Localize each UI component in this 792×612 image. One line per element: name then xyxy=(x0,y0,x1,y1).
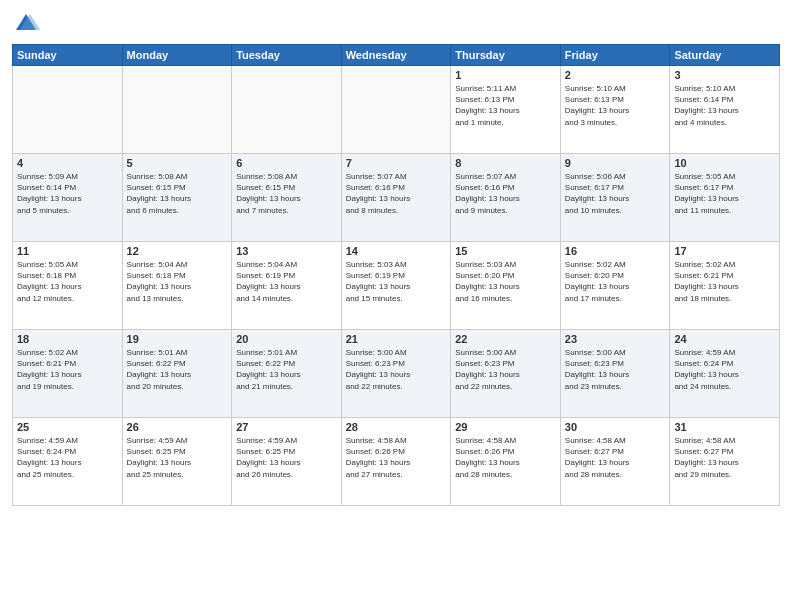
day-info: Sunrise: 5:06 AM Sunset: 6:17 PM Dayligh… xyxy=(565,171,666,216)
day-number: 4 xyxy=(17,157,118,169)
weekday-header-monday: Monday xyxy=(122,45,232,66)
day-info: Sunrise: 4:59 AM Sunset: 6:25 PM Dayligh… xyxy=(236,435,337,480)
weekday-header-wednesday: Wednesday xyxy=(341,45,451,66)
day-info: Sunrise: 5:07 AM Sunset: 6:16 PM Dayligh… xyxy=(346,171,447,216)
day-number: 24 xyxy=(674,333,775,345)
day-info: Sunrise: 5:01 AM Sunset: 6:22 PM Dayligh… xyxy=(127,347,228,392)
day-info: Sunrise: 4:59 AM Sunset: 6:25 PM Dayligh… xyxy=(127,435,228,480)
day-info: Sunrise: 4:58 AM Sunset: 6:26 PM Dayligh… xyxy=(346,435,447,480)
week-row-1: 1Sunrise: 5:11 AM Sunset: 6:13 PM Daylig… xyxy=(13,66,780,154)
day-number: 13 xyxy=(236,245,337,257)
day-info: Sunrise: 5:10 AM Sunset: 6:13 PM Dayligh… xyxy=(565,83,666,128)
day-info: Sunrise: 5:01 AM Sunset: 6:22 PM Dayligh… xyxy=(236,347,337,392)
day-cell: 14Sunrise: 5:03 AM Sunset: 6:19 PM Dayli… xyxy=(341,242,451,330)
day-cell: 24Sunrise: 4:59 AM Sunset: 6:24 PM Dayli… xyxy=(670,330,780,418)
week-row-4: 18Sunrise: 5:02 AM Sunset: 6:21 PM Dayli… xyxy=(13,330,780,418)
day-number: 27 xyxy=(236,421,337,433)
day-info: Sunrise: 4:59 AM Sunset: 6:24 PM Dayligh… xyxy=(674,347,775,392)
day-number: 20 xyxy=(236,333,337,345)
day-cell: 28Sunrise: 4:58 AM Sunset: 6:26 PM Dayli… xyxy=(341,418,451,506)
day-cell: 12Sunrise: 5:04 AM Sunset: 6:18 PM Dayli… xyxy=(122,242,232,330)
day-cell: 21Sunrise: 5:00 AM Sunset: 6:23 PM Dayli… xyxy=(341,330,451,418)
day-number: 23 xyxy=(565,333,666,345)
day-info: Sunrise: 5:08 AM Sunset: 6:15 PM Dayligh… xyxy=(236,171,337,216)
day-number: 18 xyxy=(17,333,118,345)
day-cell: 10Sunrise: 5:05 AM Sunset: 6:17 PM Dayli… xyxy=(670,154,780,242)
week-row-5: 25Sunrise: 4:59 AM Sunset: 6:24 PM Dayli… xyxy=(13,418,780,506)
day-info: Sunrise: 5:00 AM Sunset: 6:23 PM Dayligh… xyxy=(455,347,556,392)
day-info: Sunrise: 5:02 AM Sunset: 6:20 PM Dayligh… xyxy=(565,259,666,304)
day-cell: 18Sunrise: 5:02 AM Sunset: 6:21 PM Dayli… xyxy=(13,330,123,418)
day-info: Sunrise: 4:59 AM Sunset: 6:24 PM Dayligh… xyxy=(17,435,118,480)
day-info: Sunrise: 4:58 AM Sunset: 6:27 PM Dayligh… xyxy=(565,435,666,480)
logo xyxy=(12,10,44,38)
day-cell xyxy=(122,66,232,154)
day-cell: 2Sunrise: 5:10 AM Sunset: 6:13 PM Daylig… xyxy=(560,66,670,154)
day-number: 25 xyxy=(17,421,118,433)
weekday-header-tuesday: Tuesday xyxy=(232,45,342,66)
day-cell xyxy=(341,66,451,154)
day-cell: 23Sunrise: 5:00 AM Sunset: 6:23 PM Dayli… xyxy=(560,330,670,418)
header xyxy=(12,10,780,38)
day-cell xyxy=(232,66,342,154)
day-number: 21 xyxy=(346,333,447,345)
day-number: 19 xyxy=(127,333,228,345)
day-cell: 20Sunrise: 5:01 AM Sunset: 6:22 PM Dayli… xyxy=(232,330,342,418)
day-info: Sunrise: 5:08 AM Sunset: 6:15 PM Dayligh… xyxy=(127,171,228,216)
day-number: 26 xyxy=(127,421,228,433)
day-info: Sunrise: 5:07 AM Sunset: 6:16 PM Dayligh… xyxy=(455,171,556,216)
day-cell: 29Sunrise: 4:58 AM Sunset: 6:26 PM Dayli… xyxy=(451,418,561,506)
day-info: Sunrise: 4:58 AM Sunset: 6:26 PM Dayligh… xyxy=(455,435,556,480)
calendar-table: SundayMondayTuesdayWednesdayThursdayFrid… xyxy=(12,44,780,506)
day-cell: 4Sunrise: 5:09 AM Sunset: 6:14 PM Daylig… xyxy=(13,154,123,242)
day-info: Sunrise: 4:58 AM Sunset: 6:27 PM Dayligh… xyxy=(674,435,775,480)
day-number: 29 xyxy=(455,421,556,433)
day-cell: 1Sunrise: 5:11 AM Sunset: 6:13 PM Daylig… xyxy=(451,66,561,154)
day-number: 12 xyxy=(127,245,228,257)
day-number: 1 xyxy=(455,69,556,81)
day-cell: 11Sunrise: 5:05 AM Sunset: 6:18 PM Dayli… xyxy=(13,242,123,330)
day-cell: 31Sunrise: 4:58 AM Sunset: 6:27 PM Dayli… xyxy=(670,418,780,506)
weekday-header-friday: Friday xyxy=(560,45,670,66)
day-cell: 13Sunrise: 5:04 AM Sunset: 6:19 PM Dayli… xyxy=(232,242,342,330)
day-number: 10 xyxy=(674,157,775,169)
day-number: 6 xyxy=(236,157,337,169)
day-info: Sunrise: 5:02 AM Sunset: 6:21 PM Dayligh… xyxy=(674,259,775,304)
day-cell: 25Sunrise: 4:59 AM Sunset: 6:24 PM Dayli… xyxy=(13,418,123,506)
logo-icon xyxy=(12,10,40,38)
day-cell: 19Sunrise: 5:01 AM Sunset: 6:22 PM Dayli… xyxy=(122,330,232,418)
day-cell: 27Sunrise: 4:59 AM Sunset: 6:25 PM Dayli… xyxy=(232,418,342,506)
day-number: 17 xyxy=(674,245,775,257)
day-number: 14 xyxy=(346,245,447,257)
page: SundayMondayTuesdayWednesdayThursdayFrid… xyxy=(0,0,792,612)
day-info: Sunrise: 5:03 AM Sunset: 6:20 PM Dayligh… xyxy=(455,259,556,304)
day-cell: 3Sunrise: 5:10 AM Sunset: 6:14 PM Daylig… xyxy=(670,66,780,154)
day-cell xyxy=(13,66,123,154)
day-info: Sunrise: 5:09 AM Sunset: 6:14 PM Dayligh… xyxy=(17,171,118,216)
day-number: 22 xyxy=(455,333,556,345)
day-number: 15 xyxy=(455,245,556,257)
day-cell: 7Sunrise: 5:07 AM Sunset: 6:16 PM Daylig… xyxy=(341,154,451,242)
day-info: Sunrise: 5:10 AM Sunset: 6:14 PM Dayligh… xyxy=(674,83,775,128)
week-row-2: 4Sunrise: 5:09 AM Sunset: 6:14 PM Daylig… xyxy=(13,154,780,242)
day-number: 9 xyxy=(565,157,666,169)
day-info: Sunrise: 5:00 AM Sunset: 6:23 PM Dayligh… xyxy=(565,347,666,392)
weekday-header-thursday: Thursday xyxy=(451,45,561,66)
day-cell: 16Sunrise: 5:02 AM Sunset: 6:20 PM Dayli… xyxy=(560,242,670,330)
day-cell: 30Sunrise: 4:58 AM Sunset: 6:27 PM Dayli… xyxy=(560,418,670,506)
weekday-header-sunday: Sunday xyxy=(13,45,123,66)
day-number: 16 xyxy=(565,245,666,257)
day-cell: 8Sunrise: 5:07 AM Sunset: 6:16 PM Daylig… xyxy=(451,154,561,242)
week-row-3: 11Sunrise: 5:05 AM Sunset: 6:18 PM Dayli… xyxy=(13,242,780,330)
day-cell: 15Sunrise: 5:03 AM Sunset: 6:20 PM Dayli… xyxy=(451,242,561,330)
day-number: 7 xyxy=(346,157,447,169)
day-cell: 22Sunrise: 5:00 AM Sunset: 6:23 PM Dayli… xyxy=(451,330,561,418)
day-cell: 17Sunrise: 5:02 AM Sunset: 6:21 PM Dayli… xyxy=(670,242,780,330)
day-number: 11 xyxy=(17,245,118,257)
day-cell: 5Sunrise: 5:08 AM Sunset: 6:15 PM Daylig… xyxy=(122,154,232,242)
day-number: 28 xyxy=(346,421,447,433)
day-info: Sunrise: 5:11 AM Sunset: 6:13 PM Dayligh… xyxy=(455,83,556,128)
day-number: 30 xyxy=(565,421,666,433)
day-info: Sunrise: 5:03 AM Sunset: 6:19 PM Dayligh… xyxy=(346,259,447,304)
day-number: 8 xyxy=(455,157,556,169)
